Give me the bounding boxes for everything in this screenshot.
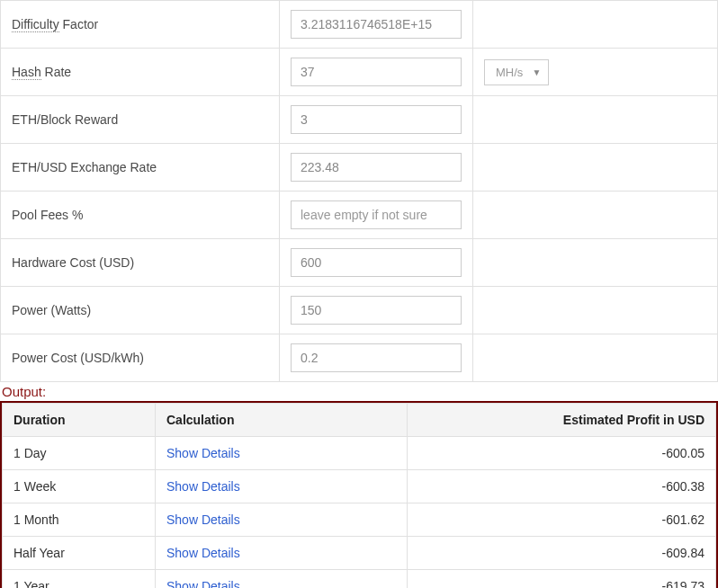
show-details-link[interactable]: Show Details bbox=[166, 546, 240, 560]
pool-fees-input[interactable] bbox=[291, 200, 462, 229]
chevron-down-icon: ▼ bbox=[532, 67, 541, 77]
output-container: Duration Calculation Estimated Profit in… bbox=[0, 401, 718, 588]
exchange-rate-input[interactable] bbox=[291, 153, 462, 182]
header-profit: Estimated Profit in USD bbox=[408, 404, 716, 437]
hashrate-unit-value: MH/s bbox=[496, 66, 523, 79]
table-row: 1 Month Show Details -601.62 bbox=[3, 503, 716, 537]
profit-cell: -600.38 bbox=[408, 470, 716, 503]
show-details-link[interactable]: Show Details bbox=[166, 579, 240, 588]
hashrate-label: Hash Rate bbox=[1, 49, 280, 96]
duration-cell: 1 Week bbox=[3, 470, 156, 503]
power-cost-input[interactable] bbox=[291, 343, 462, 372]
output-table: Duration Calculation Estimated Profit in… bbox=[2, 403, 716, 588]
difficulty-input-cell bbox=[280, 1, 473, 49]
hardware-cost-label: Hardware Cost (USD) bbox=[1, 239, 280, 287]
table-row: 1 Year Show Details -619.73 bbox=[3, 570, 716, 589]
profit-cell: -600.05 bbox=[408, 437, 716, 470]
block-reward-input[interactable] bbox=[291, 105, 462, 134]
duration-cell: 1 Month bbox=[3, 503, 156, 537]
difficulty-label: Difficulty Factor bbox=[1, 1, 280, 49]
duration-cell: 1 Day bbox=[3, 437, 156, 470]
table-row: Half Year Show Details -609.84 bbox=[3, 537, 716, 570]
power-watts-label: Power (Watts) bbox=[1, 287, 280, 334]
inputs-table: Difficulty Factor Hash Rate MH/s ▼ ETH/B… bbox=[0, 0, 718, 382]
table-row: 1 Week Show Details -600.38 bbox=[3, 470, 716, 503]
block-reward-label: ETH/Block Reward bbox=[1, 96, 280, 144]
difficulty-input[interactable] bbox=[291, 10, 462, 39]
table-row: 1 Day Show Details -600.05 bbox=[3, 437, 716, 470]
hardware-cost-input[interactable] bbox=[291, 248, 462, 277]
exchange-rate-label: ETH/USD Exchange Rate bbox=[1, 144, 280, 192]
show-details-link[interactable]: Show Details bbox=[166, 446, 240, 460]
profit-cell: -609.84 bbox=[408, 537, 716, 570]
power-watts-input[interactable] bbox=[291, 296, 462, 325]
duration-cell: 1 Year bbox=[3, 570, 156, 589]
profit-cell: -619.73 bbox=[408, 570, 716, 589]
output-label: Output: bbox=[0, 382, 718, 401]
header-duration: Duration bbox=[3, 404, 156, 437]
hashrate-unit-cell: MH/s ▼ bbox=[473, 49, 718, 96]
hashrate-unit-select[interactable]: MH/s ▼ bbox=[484, 59, 549, 85]
profit-cell: -601.62 bbox=[408, 503, 716, 537]
show-details-link[interactable]: Show Details bbox=[166, 512, 240, 527]
hashrate-input[interactable] bbox=[291, 58, 462, 86]
pool-fees-label: Pool Fees % bbox=[1, 192, 280, 239]
header-calculation: Calculation bbox=[156, 404, 408, 437]
hashrate-input-cell bbox=[280, 49, 473, 96]
power-cost-label: Power Cost (USD/kWh) bbox=[1, 334, 280, 382]
show-details-link[interactable]: Show Details bbox=[166, 479, 240, 494]
duration-cell: Half Year bbox=[3, 537, 156, 570]
